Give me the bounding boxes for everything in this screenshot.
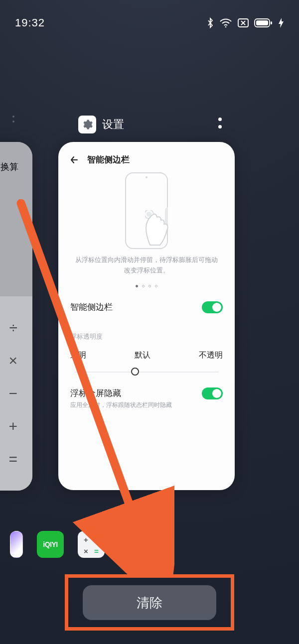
gear-icon: [124, 536, 140, 552]
previous-app-header: [12, 116, 14, 123]
opacity-slider-area: 透明 默认 不透明: [68, 343, 225, 374]
dots-icon: [12, 116, 14, 123]
back-button[interactable]: [69, 155, 79, 165]
instruction-text: 从浮标位置向内滑动并停留，待浮标膨胀后可拖动改变浮标位置。: [68, 253, 225, 276]
no-sim-icon: [237, 18, 249, 28]
page-title: 智能侧边栏: [87, 154, 130, 165]
calc-tab-label: 换算: [0, 161, 18, 173]
op-equals: =: [0, 451, 32, 468]
clear-all-button[interactable]: 清除: [83, 585, 216, 620]
dock-app-settings[interactable]: [119, 531, 146, 558]
phone-outline-icon: [125, 172, 168, 249]
fullscreen-hide-toggle-row: 浮标全屏隐藏 应用全屏时，浮标跟随状态栏同时隐藏: [68, 374, 225, 416]
charging-icon: [278, 17, 284, 28]
clear-button-label: 清除: [137, 594, 162, 612]
toggle-label: 浮标全屏隐藏: [70, 387, 172, 399]
op-minus: −: [0, 385, 32, 402]
slider-label-opaque: 不透明: [199, 350, 223, 361]
opacity-section-label: 浮标透明度: [68, 320, 225, 343]
bluetooth-icon: [206, 17, 214, 29]
dock-app-calculator[interactable]: +−×=: [78, 531, 105, 558]
dock-app-partial[interactable]: [10, 531, 23, 558]
slider-thumb[interactable]: [131, 368, 139, 376]
wifi-icon: [219, 18, 232, 28]
settings-app-icon: [78, 116, 96, 133]
fullscreen-hide-toggle[interactable]: [202, 387, 223, 399]
toggle-label: 智能侧边栏: [70, 301, 113, 313]
page-indicator[interactable]: [68, 285, 225, 287]
op-multiply: ×: [0, 352, 32, 369]
instruction-illustration: [68, 168, 225, 253]
battery-icon: [254, 18, 273, 28]
status-time: 19:32: [15, 16, 45, 29]
opacity-slider[interactable]: [74, 368, 219, 369]
more-options-button[interactable]: [218, 118, 222, 129]
op-plus: +: [0, 418, 32, 435]
status-icons: [206, 17, 284, 29]
smart-sidebar-toggle[interactable]: [202, 301, 223, 313]
smart-sidebar-toggle-row: 智能侧边栏: [68, 294, 225, 320]
dock-app-iqiyi[interactable]: iQIYI: [37, 531, 64, 558]
svg-rect-3: [256, 20, 268, 25]
app-card-calculator[interactable]: 换算 ÷ × − + =: [0, 142, 32, 491]
slider-label-default: 默认: [135, 350, 150, 361]
svg-rect-4: [271, 21, 272, 24]
app-card-settings[interactable]: 智能侧边栏 从浮标位置向内滑动并停留，待浮标膨胀后可拖动改变浮标位置。 智能侧边…: [58, 142, 235, 490]
op-divide: ÷: [0, 319, 32, 336]
app-card-header-settings[interactable]: 设置: [78, 116, 124, 133]
settings-page-header: 智能侧边栏: [68, 152, 225, 168]
svg-point-0: [225, 26, 227, 28]
iqiyi-logo-text: iQIYI: [43, 540, 57, 548]
hand-icon: [145, 210, 175, 249]
calculator-keypad: ÷ × − + =: [0, 296, 32, 491]
status-bar: 19:32: [0, 16, 299, 29]
recent-apps-dock: iQIYI +−×=: [0, 530, 299, 559]
toggle-sublabel: 应用全屏时，浮标跟随状态栏同时隐藏: [70, 401, 172, 409]
app-card-title: 设置: [102, 117, 124, 132]
slider-label-transparent: 透明: [70, 350, 86, 361]
